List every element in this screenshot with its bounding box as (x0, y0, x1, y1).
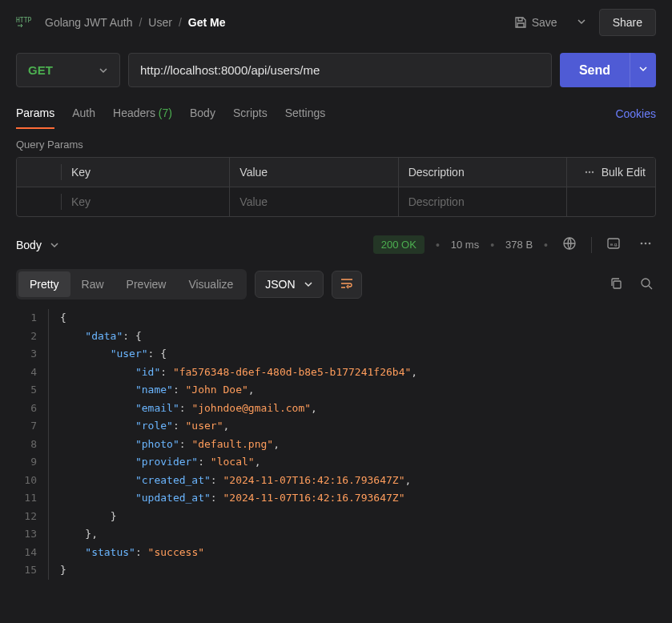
view-preview[interactable]: Preview (115, 271, 178, 297)
svg-point-3 (592, 171, 594, 173)
value-input[interactable]: Value (230, 187, 398, 216)
save-button[interactable]: Save (508, 11, 564, 34)
description-input[interactable]: Description (399, 187, 567, 216)
copy-icon (610, 277, 622, 290)
network-icon[interactable] (559, 233, 580, 256)
tab-auth[interactable]: Auth (72, 102, 95, 129)
svg-point-2 (589, 171, 590, 173)
search-icon (640, 277, 653, 290)
breadcrumb-request: Get Me (188, 16, 226, 29)
save-response-icon[interactable]: e.g. (603, 233, 624, 256)
chevron-down-icon (638, 64, 648, 74)
svg-point-1 (585, 171, 587, 173)
svg-point-8 (645, 243, 647, 245)
share-button[interactable]: Share (599, 9, 656, 36)
wrap-lines-button[interactable] (332, 271, 362, 299)
response-body[interactable]: 1{2 "data": {3 "user": {4 "id": "fa57634… (0, 306, 672, 583)
copy-button[interactable] (606, 274, 626, 295)
chevron-down-icon (50, 240, 59, 250)
col-value: Value (230, 158, 398, 187)
svg-rect-10 (614, 281, 621, 288)
response-size: 378 B (505, 239, 533, 251)
headers-count: (7) (159, 107, 172, 119)
chevron-down-icon (577, 17, 586, 26)
col-description: Description (399, 158, 567, 187)
save-options-button[interactable] (570, 12, 593, 34)
search-button[interactable] (637, 274, 656, 295)
http-icon: HTTP (16, 13, 38, 32)
tab-headers[interactable]: Headers (7) (113, 102, 172, 129)
ellipsis-icon (584, 167, 595, 178)
svg-text:HTTP: HTTP (16, 17, 31, 24)
svg-point-7 (641, 243, 643, 245)
cookies-link[interactable]: Cookies (615, 102, 656, 128)
tab-settings[interactable]: Settings (285, 102, 326, 129)
url-input[interactable] (128, 53, 552, 87)
response-body-dropdown[interactable]: Body (16, 239, 59, 251)
method-label: GET (28, 63, 53, 77)
breadcrumb-folder[interactable]: User (148, 16, 172, 29)
view-visualize[interactable]: Visualize (177, 271, 244, 297)
chevron-down-icon (304, 279, 313, 289)
tab-params[interactable]: Params (16, 102, 54, 129)
save-icon (514, 16, 527, 29)
chevron-down-icon (99, 66, 108, 75)
method-select[interactable]: GET (16, 53, 120, 87)
view-pretty[interactable]: Pretty (18, 271, 70, 297)
send-options-button[interactable] (630, 53, 656, 87)
send-button[interactable]: Send (560, 53, 630, 87)
format-select[interactable]: JSON (255, 271, 323, 298)
params-table: Key Value Description Bulk Edit Key Valu… (16, 157, 656, 217)
col-key: Key (62, 158, 230, 187)
wrap-icon (340, 278, 353, 289)
query-params-title: Query Params (0, 129, 672, 157)
svg-text:e.g.: e.g. (610, 242, 618, 247)
more-options-icon[interactable] (635, 233, 656, 256)
svg-point-11 (642, 279, 650, 287)
table-row[interactable]: Key Value Description (17, 187, 655, 216)
response-time: 10 ms (451, 239, 479, 251)
tab-body[interactable]: Body (190, 102, 215, 129)
view-raw[interactable]: Raw (70, 271, 115, 297)
key-input[interactable]: Key (62, 187, 230, 216)
status-badge: 200 OK (373, 235, 425, 254)
tab-scripts[interactable]: Scripts (233, 102, 268, 129)
svg-point-9 (649, 243, 651, 245)
breadcrumb: Golang JWT Auth / User / Get Me (45, 16, 226, 29)
bulk-edit-button[interactable]: Bulk Edit (567, 158, 655, 187)
breadcrumb-collection[interactable]: Golang JWT Auth (45, 16, 132, 29)
